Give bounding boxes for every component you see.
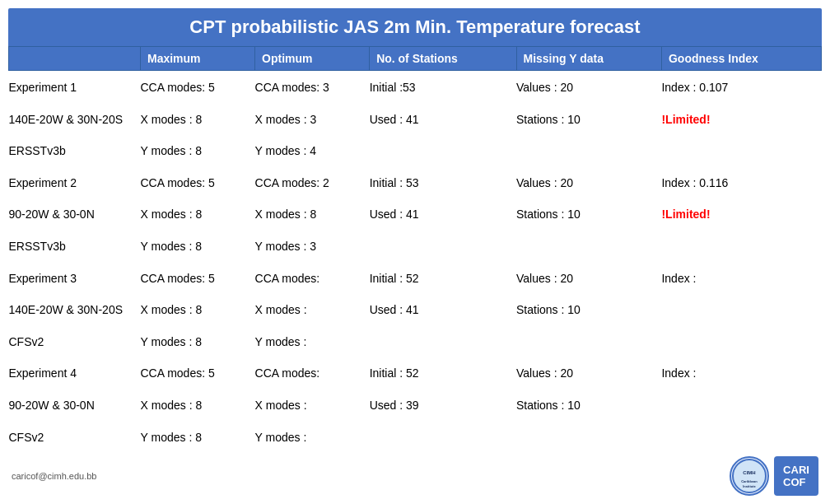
cell-r5-c4 [516,231,661,263]
cell-r1-c5: !Limited! [661,103,821,135]
data-table: MaximumOptimumNo. of StationsMissing Y d… [8,46,822,453]
cell-r8-c2: Y modes : [255,325,370,357]
cell-r10-c3: Used : 39 [370,390,516,422]
cell-r3-c3: Initial : 53 [370,167,516,199]
logos: CIMH Caribbean Institute CARI COF [730,456,818,496]
cell-r8-c4 [516,325,661,357]
cell-r0-c0: Experiment 1 [9,71,141,104]
cell-r5-c5 [661,231,821,263]
cell-r6-c4: Values : 20 [516,262,661,294]
page-title: CPT probabilistic JAS 2m Min. Temperatur… [8,8,822,46]
cell-r1-c4: Stations : 10 [516,103,661,135]
cell-r1-c1: X modes : 8 [141,103,255,135]
cell-r2-c2: Y modes : 4 [255,135,370,167]
page: CPT probabilistic JAS 2m Min. Temperatur… [0,0,830,504]
cell-r0-c3: Initial :53 [370,71,516,104]
cell-r3-c2: CCA modes: 2 [255,167,370,199]
cell-r4-c2: X modes : 8 [255,198,370,231]
cell-r10-c5 [661,390,821,422]
cell-r8-c0: CFSv2 [9,325,141,357]
cell-r5-c1: Y modes : 8 [141,231,255,263]
cell-r9-c0: Experiment 4 [9,357,141,390]
cell-r4-c1: X modes : 8 [141,198,255,231]
cell-r11-c2: Y modes : [255,421,370,453]
cell-r0-c2: CCA modes: 3 [255,71,370,104]
cell-r9-c2: CCA modes: [255,357,370,390]
cell-r10-c4: Stations : 10 [516,390,661,422]
cell-r2-c1: Y modes : 8 [141,135,255,167]
limited-badge: !Limited! [661,113,710,126]
cell-r6-c2: CCA modes: [255,262,370,294]
svg-text:Caribbean: Caribbean [741,479,758,483]
cell-r11-c0: CFSv2 [9,421,141,453]
cell-r7-c3: Used : 41 [370,294,516,326]
cell-r3-c5: Index : 0.116 [661,167,821,199]
cell-r6-c5: Index : [661,262,821,294]
cell-r2-c3 [370,135,516,167]
logo-caricof: CARI COF [774,456,818,496]
cell-r8-c3 [370,325,516,357]
col-header-1: Optimum [255,47,370,71]
footer: caricof@cimh.edu.bb CIMH Caribbean Insti… [8,456,822,496]
logo-cimh: CIMH Caribbean Institute [730,456,769,496]
cell-r5-c3 [370,231,516,263]
cell-r7-c2: X modes : [255,294,370,326]
cell-r7-c1: X modes : 8 [141,294,255,326]
cell-r3-c1: CCA modes: 5 [141,167,255,199]
svg-text:CIMH: CIMH [743,470,755,475]
footer-email: caricof@cimh.edu.bb [12,471,97,481]
cell-r10-c0: 90-20W & 30-0N [9,390,141,422]
cell-r9-c1: CCA modes: 5 [141,357,255,390]
cell-r6-c0: Experiment 3 [9,262,141,294]
cell-r11-c4 [516,421,661,453]
col-header-4: Goodness Index [661,47,821,71]
cell-r6-c1: CCA modes: 5 [141,262,255,294]
cell-r9-c4: Values : 20 [516,357,661,390]
cell-r1-c2: X modes : 3 [255,103,370,135]
cell-r10-c2: X modes : [255,390,370,422]
cell-r0-c5: Index : 0.107 [661,71,821,104]
col-header-2: No. of Stations [370,47,516,71]
cell-r1-c0: 140E-20W & 30N-20S [9,103,141,135]
cell-r11-c5 [661,421,821,453]
cell-r4-c0: 90-20W & 30-0N [9,198,141,231]
cell-r0-c1: CCA modes: 5 [141,71,255,104]
cell-r9-c3: Initial : 52 [370,357,516,390]
cell-r10-c1: X modes : 8 [141,390,255,422]
cell-r5-c2: Y modes : 3 [255,231,370,263]
cell-r0-c4: Values : 20 [516,71,661,104]
cell-r2-c5 [661,135,821,167]
cell-r4-c4: Stations : 10 [516,198,661,231]
cell-r3-c4: Values : 20 [516,167,661,199]
cell-r2-c0: ERSSTv3b [9,135,141,167]
logo-caricof-label: CARI COF [783,464,809,488]
cell-r6-c3: Initial : 52 [370,262,516,294]
cell-r8-c1: Y modes : 8 [141,325,255,357]
cell-r3-c0: Experiment 2 [9,167,141,199]
col-header-blank [9,47,141,71]
cell-r11-c3 [370,421,516,453]
cell-r11-c1: Y modes : 8 [141,421,255,453]
cell-r2-c4 [516,135,661,167]
cell-r4-c5: !Limited! [661,198,821,231]
cell-r8-c5 [661,325,821,357]
limited-badge: !Limited! [661,208,710,221]
cell-r7-c4: Stations : 10 [516,294,661,326]
svg-text:Institute: Institute [743,484,756,488]
col-header-0: Maximum [141,47,255,71]
col-header-3: Missing Y data [516,47,661,71]
cell-r7-c5 [661,294,821,326]
cell-r4-c3: Used : 41 [370,198,516,231]
cell-r1-c3: Used : 41 [370,103,516,135]
cell-r9-c5: Index : [661,357,821,390]
cell-r7-c0: 140E-20W & 30N-20S [9,294,141,326]
cell-r5-c0: ERSSTv3b [9,231,141,263]
